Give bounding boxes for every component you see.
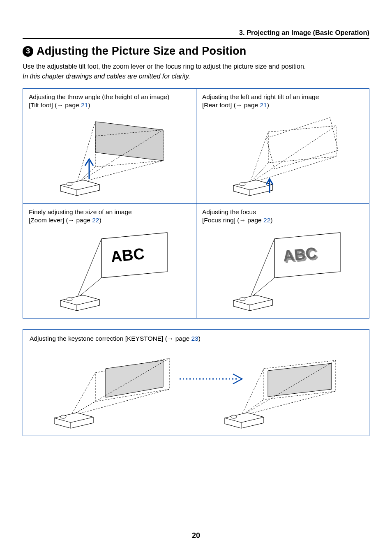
svg-marker-27 [106, 360, 163, 397]
svg-text:ABC: ABC [282, 244, 318, 265]
page-number: 20 [0, 531, 392, 540]
svg-marker-0 [95, 122, 163, 161]
svg-line-10 [250, 126, 336, 183]
svg-line-16 [77, 239, 101, 298]
cell-title: Adjusting the left and right tilt of an … [202, 93, 363, 102]
svg-point-32 [60, 415, 66, 418]
svg-line-24 [250, 278, 274, 298]
svg-point-13 [240, 182, 245, 186]
svg-point-18 [67, 298, 72, 301]
intro-text: Use the adjustable tilt foot, the zoom l… [23, 62, 369, 71]
page-link[interactable]: 22 [92, 217, 99, 224]
svg-line-9 [250, 132, 268, 183]
cell-subtitle: [Rear foot] (→ page 21) [202, 102, 363, 109]
page-link[interactable]: 22 [263, 217, 270, 224]
adjustment-grid: Adjusting the throw angle (the height of… [23, 88, 369, 319]
svg-point-40 [231, 415, 237, 418]
cell-subtitle: [Tilt foot] (→ page 21) [29, 102, 190, 109]
page-link[interactable]: 23 [191, 335, 198, 342]
cell-tilt-foot: Adjusting the throw angle (the height of… [23, 89, 196, 203]
svg-point-6 [67, 182, 72, 186]
cell-title: Finely adjusting the size of an image [29, 208, 190, 217]
cell-title: Adjusting the focus [202, 208, 363, 217]
cell-subtitle: [Focus ring] (→ page 22) [202, 217, 363, 224]
svg-point-25 [240, 298, 245, 301]
illustration-focus: ABC ABC ABC [202, 224, 363, 315]
cell-focus: Adjusting the focus [Focus ring] (→ page… [196, 203, 369, 318]
keystone-title: Adjusting the keystone correction [KEYST… [30, 335, 362, 343]
svg-line-36 [241, 369, 264, 416]
svg-line-23 [250, 239, 274, 298]
keystone-box: Adjusting the keystone correction [KEYST… [23, 329, 369, 436]
section-title-text: Adjusting the Picture Size and Position [37, 45, 246, 58]
cell-zoom: Finely adjusting the size of an image [Z… [23, 203, 196, 318]
illustration-keystone [30, 343, 362, 431]
page-link[interactable]: 21 [81, 102, 88, 108]
chapter-header: 3. Projecting an Image (Basic Operation) [23, 29, 369, 39]
illustration-rear [202, 109, 363, 200]
svg-line-28 [71, 373, 95, 416]
intro-italic: In this chapter drawings and cables are … [23, 73, 369, 80]
svg-marker-7 [268, 126, 336, 163]
illustration-tilt [29, 109, 190, 200]
section-number-bullet: 3 [23, 46, 33, 57]
svg-line-17 [77, 278, 101, 298]
cell-title: Adjusting the throw angle (the height of… [29, 93, 190, 102]
svg-marker-8 [266, 118, 338, 169]
illustration-zoom: ABC [29, 224, 190, 315]
cell-rear-foot: Adjusting the left and right tilt of an … [196, 89, 369, 203]
svg-line-38 [241, 391, 336, 416]
cell-subtitle: [Zoom lever] (→ page 22) [29, 217, 190, 224]
section-heading: 3 Adjusting the Picture Size and Positio… [23, 45, 369, 58]
svg-line-2 [77, 122, 95, 183]
page-link[interactable]: 21 [260, 102, 267, 108]
svg-marker-35 [268, 363, 332, 397]
svg-text:ABC: ABC [110, 245, 145, 265]
